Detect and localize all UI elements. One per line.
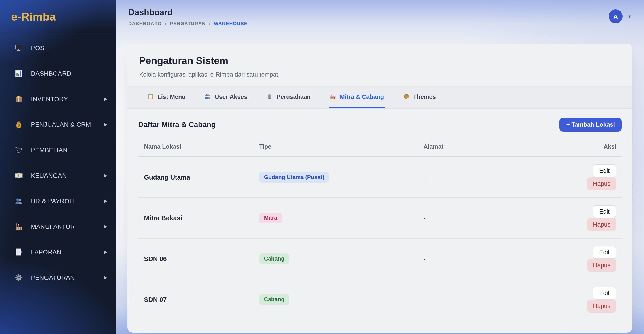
package-icon: [14, 95, 24, 103]
chevron-right-icon: ▶: [104, 97, 109, 101]
add-location-button[interactable]: + Tambah Lokasi: [560, 118, 622, 132]
sidebar-item-label: PENJUALAN & CRM: [31, 121, 91, 128]
sidebar-item-label: HR & PAYROLL: [31, 197, 77, 204]
address-value: -: [424, 296, 426, 303]
section-header: Daftar Mitra & Cabang + Tambah Lokasi: [138, 118, 622, 132]
sidebar-item-label: PENGATURAN: [31, 274, 75, 281]
sidebar-item-label: KEUANGAN: [31, 172, 67, 179]
column-header-alamat: Alamat: [424, 138, 573, 157]
sidebar-item-dashboard[interactable]: DASHBOARD: [0, 61, 116, 86]
tab-label: Mitra & Cabang: [340, 94, 384, 100]
breadcrumb-item-warehouse[interactable]: WAREHOUSE: [214, 21, 248, 26]
app-window: e-Rimba POS DASHBOARD INVENTORY ▶: [0, 0, 644, 334]
table-row: Mitra Bekasi Mitra - EditHapus: [138, 198, 622, 238]
type-badge: Cabang: [259, 294, 290, 305]
sidebar-item-laporan[interactable]: LAPORAN ▶: [0, 239, 116, 265]
sidebar-item-inventory[interactable]: INVENTORY ▶: [0, 86, 116, 112]
factory-icon: [330, 93, 336, 101]
office-building-icon: [266, 93, 273, 101]
main-content: Dashboard DASHBOARD›PENGATURAN›WAREHOUSE…: [116, 0, 644, 334]
svg-text:$: $: [18, 174, 20, 177]
svg-text:$: $: [18, 123, 20, 127]
breadcrumb: DASHBOARD›PENGATURAN›WAREHOUSE: [128, 21, 248, 26]
address-value: -: [424, 174, 426, 181]
locations-table: Nama Lokasi Tipe Alamat Aksi Gudang Utam…: [138, 138, 622, 320]
table-row: Gudang Utama Gudang Utama (Pusat) - Edit…: [138, 157, 622, 198]
location-name: SDN 07: [144, 296, 167, 303]
location-name: Mitra Bekasi: [144, 214, 182, 222]
page-title: Dashboard: [128, 7, 248, 18]
sidebar-item-keuangan[interactable]: $ KEUANGAN ▶: [0, 163, 116, 188]
sidebar-item-pengaturan[interactable]: PENGATURAN ▶: [0, 265, 116, 290]
users-icon: [204, 93, 211, 101]
sidebar-item-pos[interactable]: POS: [0, 35, 116, 61]
tab-themes[interactable]: Themes: [402, 87, 437, 108]
address-value: -: [424, 214, 426, 222]
delete-button[interactable]: Hapus: [587, 177, 616, 190]
tab-user-akses[interactable]: User Akses: [204, 87, 248, 108]
shopping-cart-icon: [14, 146, 24, 154]
address-value: -: [424, 255, 426, 262]
tab-panel-mitra-cabang: Daftar Mitra & Cabang + Tambah Lokasi Na…: [128, 109, 632, 333]
tab-list-menu[interactable]: List Menu: [146, 87, 186, 108]
sidebar-item-label: INVENTORY: [31, 95, 68, 102]
delete-button[interactable]: Hapus: [587, 299, 616, 312]
edit-button[interactable]: Edit: [592, 246, 616, 259]
table-row: SDN 06 Cabang - EditHapus: [138, 238, 622, 279]
column-header-aksi: Aksi: [573, 138, 622, 157]
tab-label: List Menu: [158, 94, 186, 100]
caret-down-icon[interactable]: ▼: [628, 14, 632, 19]
delete-button[interactable]: Hapus: [587, 218, 616, 231]
sidebar-item-pembelian[interactable]: PEMBELIAN: [0, 137, 116, 163]
bar-chart-icon: [14, 69, 24, 77]
breadcrumb-separator: ›: [165, 21, 166, 26]
chevron-right-icon: ▶: [104, 275, 109, 280]
tab-label: User Akses: [215, 94, 247, 100]
tab-perusahaan[interactable]: Perusahaan: [265, 87, 312, 108]
settings-subtitle: Kelola konfigurasi aplikasi e-Rimba dari…: [139, 70, 621, 79]
factory-icon: [14, 222, 24, 230]
sidebar-item-manufaktur[interactable]: MANUFAKTUR ▶: [0, 214, 116, 239]
avatar[interactable]: A: [609, 10, 622, 23]
edit-button[interactable]: Edit: [592, 286, 616, 299]
chevron-right-icon: ▶: [104, 224, 109, 229]
sidebar-nav: POS DASHBOARD INVENTORY ▶ $ PENJUALAN: [0, 34, 116, 290]
settings-tabs: List Menu User Akses Perusahaan Mitra & …: [128, 86, 632, 109]
breadcrumb-item-dashboard[interactable]: DASHBOARD: [128, 21, 162, 26]
location-name: Gudang Utama: [144, 174, 190, 181]
user-menu[interactable]: A ▼: [609, 10, 632, 23]
clipboard-icon: [147, 93, 154, 101]
sidebar-item-label: DASHBOARD: [31, 70, 71, 77]
chevron-right-icon: ▶: [104, 173, 109, 178]
location-name: SDN 06: [144, 255, 167, 262]
delete-button[interactable]: Hapus: [587, 259, 616, 272]
monitor-icon: [14, 44, 24, 52]
sidebar-item-hr-payroll[interactable]: HR & PAYROLL ▶: [0, 188, 116, 214]
tab-label: Themes: [413, 94, 436, 100]
tab-mitra-cabang[interactable]: Mitra & Cabang: [328, 87, 385, 108]
section-title: Daftar Mitra & Cabang: [138, 120, 216, 129]
document-tabs-icon: [14, 248, 24, 256]
type-badge: Mitra: [259, 213, 282, 223]
top-bar: Dashboard DASHBOARD›PENGATURAN›WAREHOUSE…: [116, 0, 644, 26]
sidebar-item-label: LAPORAN: [31, 248, 62, 255]
sidebar-item-penjualan-crm[interactable]: $ PENJUALAN & CRM ▶: [0, 112, 116, 137]
sidebar-item-label: PEMBELIAN: [31, 146, 68, 153]
banknote-icon: $: [14, 171, 24, 179]
settings-title: Pengaturan Sistem: [139, 55, 621, 67]
breadcrumb-separator: ›: [209, 21, 211, 26]
chevron-right-icon: ▶: [104, 250, 109, 254]
type-badge: Gudang Utama (Pusat): [259, 172, 330, 183]
breadcrumb-item-pengaturan[interactable]: PENGATURAN: [170, 21, 206, 26]
money-bag-icon: $: [14, 120, 24, 128]
sidebar-item-label: POS: [31, 44, 44, 51]
gear-icon: [14, 273, 24, 281]
edit-button[interactable]: Edit: [592, 164, 616, 177]
sidebar: e-Rimba POS DASHBOARD INVENTORY ▶: [0, 0, 116, 334]
edit-button[interactable]: Edit: [592, 205, 616, 218]
palette-icon: [403, 93, 410, 101]
sidebar-item-label: MANUFAKTUR: [31, 223, 75, 230]
chevron-right-icon: ▶: [104, 122, 109, 127]
brand-name: e-Rimba: [11, 10, 56, 23]
brand-logo: e-Rimba: [0, 0, 116, 34]
